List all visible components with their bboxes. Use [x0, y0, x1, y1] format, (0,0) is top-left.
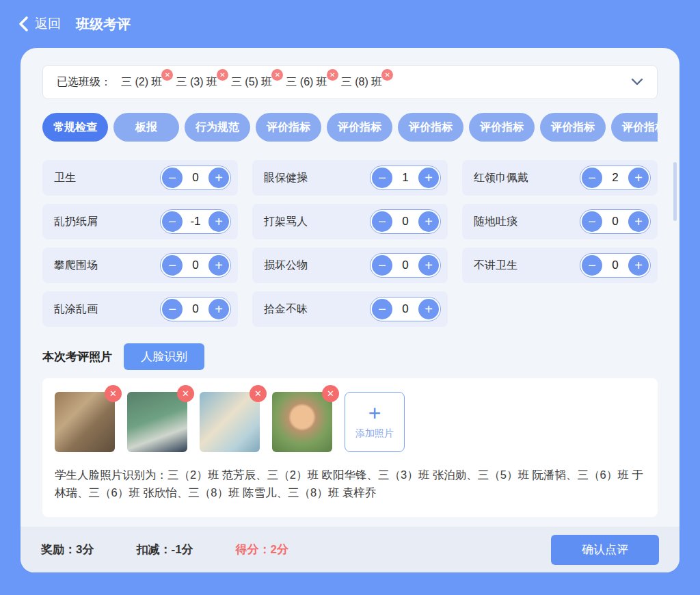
counter-stepper: − 0 +	[370, 297, 441, 321]
page-title: 班级考评	[76, 15, 131, 34]
counter-value: 0	[192, 302, 198, 316]
category-tab[interactable]: 评价指标	[469, 113, 535, 142]
counter-row: 卫生 − 0 +	[42, 160, 238, 196]
back-chevron-icon	[18, 16, 35, 32]
counter-row: 打架骂人 − 0 +	[252, 204, 448, 239]
category-tab[interactable]: 评价指标	[398, 113, 463, 142]
minus-button[interactable]: −	[162, 255, 183, 276]
remove-class-icon[interactable]: ✕	[217, 69, 228, 81]
selected-class-chip: 三 (3) 班 ✕	[176, 75, 221, 90]
plus-button[interactable]: +	[628, 168, 649, 188]
top-nav-bar: 返回 班级考评	[0, 0, 700, 48]
scrollbar-thumb[interactable]	[673, 162, 677, 221]
delete-photo-icon[interactable]: ✕	[105, 385, 122, 402]
minus-button[interactable]: −	[582, 211, 602, 232]
category-tab[interactable]: 评价指标	[327, 113, 392, 142]
delete-photo-icon[interactable]: ✕	[177, 385, 194, 402]
counter-value: 1	[402, 171, 408, 185]
plus-button[interactable]: +	[208, 168, 229, 188]
plus-button[interactable]: +	[628, 255, 649, 276]
chalkboard-students-photo[interactable]: ✕	[127, 392, 187, 452]
students-desks-photo[interactable]: ✕	[200, 392, 260, 452]
smiling-boy-photo[interactable]: ✕	[272, 392, 332, 452]
remove-class-icon[interactable]: ✕	[161, 69, 173, 81]
counter-stepper: − -1 +	[160, 209, 231, 234]
reward-score: 奖励：3分	[41, 542, 94, 557]
plus-button[interactable]: +	[418, 299, 439, 319]
plus-button[interactable]: +	[418, 168, 439, 188]
counter-stepper: − 0 +	[370, 209, 441, 234]
counter-row: 攀爬围场 − 0 +	[42, 248, 238, 283]
minus-button[interactable]: −	[582, 168, 602, 188]
category-tab[interactable]: 常规检查	[42, 113, 108, 142]
minus-button[interactable]: −	[372, 255, 392, 276]
plus-button[interactable]: +	[418, 255, 439, 276]
classroom-reading-photo[interactable]: ✕	[55, 392, 115, 452]
category-tab[interactable]: 评价指标	[611, 113, 658, 142]
counter-value: -1	[190, 215, 200, 228]
minus-button[interactable]: −	[162, 168, 183, 188]
counter-row: 拾金不昧 − 0 +	[252, 291, 448, 327]
remove-class-icon[interactable]: ✕	[327, 69, 338, 81]
counter-row: 随地吐痰 − 0 +	[462, 204, 658, 239]
chevron-down-icon[interactable]	[631, 78, 643, 86]
counter-label: 卫生	[54, 171, 76, 185]
counter-stepper: − 0 +	[160, 166, 231, 190]
selected-class-chip: 三 (8) 班 ✕	[341, 75, 386, 90]
counter-stepper: − 0 +	[160, 297, 231, 321]
counter-row: 红领巾佩戴 − 2 +	[462, 160, 658, 196]
counter-label: 眼保健操	[264, 171, 308, 185]
counter-stepper: − 2 +	[580, 166, 651, 190]
category-tab[interactable]: 评价指标	[540, 113, 606, 142]
minus-button[interactable]: −	[372, 299, 392, 319]
counter-row: 不讲卫生 − 0 +	[462, 248, 658, 283]
counter-value: 0	[612, 215, 618, 228]
counter-label: 打架骂人	[264, 215, 308, 229]
recognition-result-text: 学生人脸照片识别为：三（2）班 范芳辰、三（2）班 欧阳华锋、三（3）班 张泊勋…	[55, 466, 645, 502]
category-tab[interactable]: 板报	[113, 113, 179, 142]
counter-value: 0	[402, 215, 408, 228]
deduction-score: 扣减：-1分	[136, 542, 193, 557]
remove-class-icon[interactable]: ✕	[381, 69, 393, 81]
back-label: 返回	[35, 15, 61, 33]
counter-value: 0	[402, 302, 408, 316]
counter-value: 0	[192, 259, 198, 272]
plus-button[interactable]: +	[418, 211, 439, 232]
counter-value: 0	[402, 259, 408, 272]
remove-class-icon[interactable]: ✕	[271, 69, 283, 81]
counter-row: 眼保健操 − 1 +	[252, 160, 448, 196]
minus-button[interactable]: −	[372, 211, 392, 232]
photo-section-label: 本次考评照片	[42, 349, 112, 365]
face-recognition-button[interactable]: 人脸识别	[124, 343, 204, 370]
plus-button[interactable]: +	[208, 255, 229, 276]
plus-button[interactable]: +	[628, 211, 649, 232]
selected-class-chips: 三 (2) 班 ✕ 三 (3) 班 ✕ 三 (5) 班 ✕ 三 (6) 班 ✕ …	[111, 75, 386, 90]
selected-class-chip: 三 (2) 班 ✕	[121, 75, 166, 90]
counter-row: 乱涂乱画 − 0 +	[42, 291, 238, 327]
confirm-review-button[interactable]: 确认点评	[551, 535, 659, 565]
category-tab[interactable]: 行为规范	[185, 113, 250, 142]
add-photo-button[interactable]: +添加照片	[345, 392, 405, 452]
photo-thumbnails: ✕ ✕ ✕ ✕ +添加照片	[55, 392, 645, 452]
minus-button[interactable]: −	[162, 299, 183, 319]
back-button[interactable]: 返回	[18, 15, 61, 33]
counter-stepper: − 0 +	[580, 209, 651, 234]
delete-photo-icon[interactable]: ✕	[322, 385, 339, 402]
counter-stepper: − 0 +	[160, 253, 231, 278]
counter-grid: 卫生 − 0 + 眼保健操 − 1 + 红领巾佩戴 − 2 + 乱扔纸屑 − -…	[42, 160, 658, 327]
plus-button[interactable]: +	[208, 299, 229, 319]
counter-label: 红领巾佩戴	[474, 171, 528, 185]
counter-value: 0	[612, 259, 618, 272]
class-select-label: 已选班级：	[57, 75, 111, 90]
category-tab[interactable]: 评价指标	[256, 113, 321, 142]
class-select-bar[interactable]: 已选班级： 三 (2) 班 ✕ 三 (3) 班 ✕ 三 (5) 班 ✕ 三 (6…	[42, 65, 658, 99]
counter-stepper: − 0 +	[370, 253, 441, 278]
counter-label: 攀爬围场	[54, 259, 98, 273]
plus-button[interactable]: +	[208, 211, 229, 232]
minus-button[interactable]: −	[162, 211, 183, 232]
selected-class-chip: 三 (5) 班 ✕	[231, 75, 276, 90]
minus-button[interactable]: −	[582, 255, 602, 276]
minus-button[interactable]: −	[372, 168, 392, 188]
counter-label: 拾金不昧	[264, 302, 308, 317]
delete-photo-icon[interactable]: ✕	[250, 385, 267, 402]
